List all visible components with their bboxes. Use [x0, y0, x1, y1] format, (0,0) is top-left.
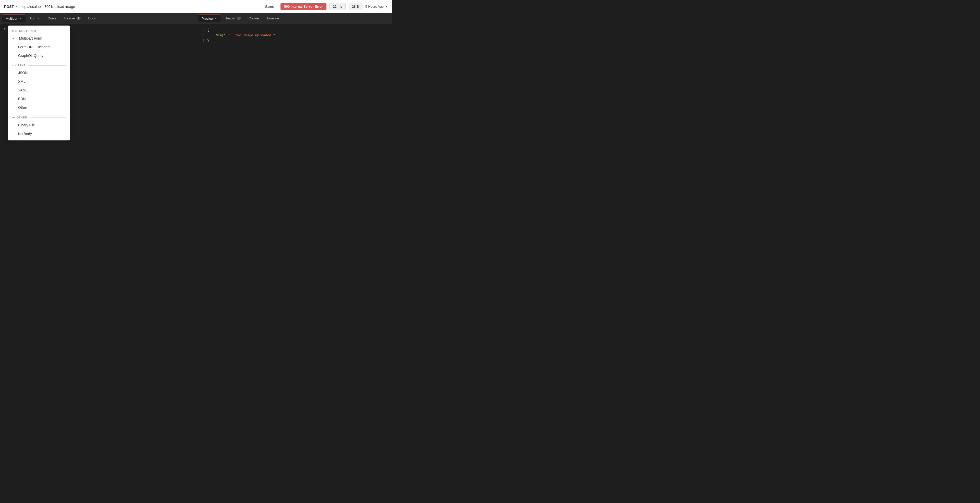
line-number-3: 3	[199, 38, 204, 44]
send-button[interactable]: Send	[262, 3, 278, 10]
tab-response-header[interactable]: Header 7	[221, 15, 245, 22]
menu-item-graphql-query[interactable]: GraphQL Query	[8, 51, 70, 60]
response-preview: 1 { 2 "msg" : "No image uploaded." 3 }	[196, 24, 392, 201]
no-body-label: No Body	[18, 132, 32, 136]
response-size: 28 B	[348, 3, 362, 10]
other-section-header: ··· OTHER	[8, 114, 70, 121]
response-header-badge: 7	[237, 17, 241, 20]
timestamp-chevron: ▼	[385, 5, 388, 8]
tab-response-header-label: Header	[224, 16, 235, 20]
tab-header-label: Header	[64, 16, 75, 20]
tab-auth-label: Auth	[30, 16, 37, 20]
code-line-3: 3 }	[199, 38, 389, 44]
top-bar: POST ▼ Send 500 Internal Server Error 22…	[0, 0, 392, 13]
yaml-label: YAML	[18, 88, 27, 92]
main-layout: Multipart ▼ Auth ▼ Query Header 1 Docs ⚙	[0, 13, 392, 201]
json-label: JSON	[18, 71, 27, 75]
menu-item-json[interactable]: JSON	[8, 68, 70, 77]
graphql-query-label: GraphQL Query	[18, 54, 43, 58]
tab-query-label: Query	[48, 16, 56, 20]
left-tab-bar: Multipart ▼ Auth ▼ Query Header 1 Docs	[0, 13, 196, 24]
status-badge: 500 Internal Server Error	[280, 3, 326, 10]
tab-auth[interactable]: Auth ▼	[26, 15, 44, 22]
menu-item-form-url-encoded[interactable]: Form URL Encoded	[8, 43, 70, 51]
right-tab-bar: Preview ▼ Header 7 Cookie Timeline	[196, 13, 392, 24]
tab-timeline-label: Timeline	[266, 16, 279, 20]
text-label: TEXT	[18, 64, 25, 67]
other-label: Other	[18, 105, 27, 110]
binary-file-label: Binary File	[18, 123, 35, 127]
tab-preview-label: Preview	[202, 17, 213, 21]
response-time: 22 ms	[329, 3, 345, 10]
tab-header[interactable]: Header 1	[61, 15, 84, 22]
edn-label: EDN	[18, 97, 26, 101]
text-section-header: </> TEXT	[8, 62, 70, 68]
tab-preview-chevron: ▼	[215, 18, 217, 20]
code-open-brace: {	[207, 27, 209, 33]
other-section-icon: ···	[12, 116, 15, 119]
body-type-dropdown: ≡ STRUCTURED ✓ Multipart Form Form URL E…	[8, 25, 70, 140]
text-icon: </>	[12, 64, 16, 67]
tab-preview[interactable]: Preview ▼	[198, 14, 221, 22]
tab-cookie[interactable]: Cookie	[245, 15, 262, 22]
gear-icon[interactable]: ⚙	[3, 27, 7, 31]
divider-1	[8, 61, 70, 61]
structured-icon: ≡	[12, 29, 14, 32]
timestamp[interactable]: 5 Hours Ago ▼	[366, 5, 388, 8]
menu-item-no-body[interactable]: No Body	[8, 129, 70, 138]
form-url-encoded-label: Form URL Encoded	[18, 45, 49, 49]
code-colon: :	[228, 33, 232, 38]
menu-item-xml[interactable]: XML	[8, 77, 70, 86]
code-close-brace: }	[207, 38, 209, 44]
checkmark-icon: ✓	[12, 36, 17, 40]
code-value: "No image uploaded."	[235, 33, 275, 38]
structured-label: STRUCTURED	[15, 29, 36, 32]
line-number-2: 2	[199, 33, 204, 38]
method-chevron: ▼	[15, 5, 18, 8]
code-line-1: 1 {	[199, 27, 389, 33]
menu-item-edn[interactable]: EDN	[8, 94, 70, 103]
tab-multipart-chevron: ▼	[20, 18, 22, 20]
code-line-2: 2 "msg" : "No image uploaded."	[199, 33, 389, 38]
left-panel-body: ⚙ ≡ STRUCTURED ✓ Multipart Form Form URL…	[0, 24, 196, 201]
method-selector[interactable]: POST ▼	[4, 5, 18, 9]
header-badge: 1	[76, 17, 81, 20]
tab-multipart-label: Multipart	[6, 17, 18, 21]
code-key: "msg"	[207, 33, 225, 38]
menu-item-binary-file[interactable]: Binary File	[8, 121, 70, 129]
left-panel: Multipart ▼ Auth ▼ Query Header 1 Docs ⚙	[0, 13, 196, 201]
menu-item-multipart-form[interactable]: ✓ Multipart Form	[8, 34, 70, 43]
tab-docs-label: Docs	[88, 16, 96, 20]
menu-item-yaml[interactable]: YAML	[8, 86, 70, 94]
tab-timeline[interactable]: Timeline	[263, 15, 283, 22]
method-label: POST	[4, 5, 14, 9]
tab-multipart[interactable]: Multipart ▼	[2, 14, 25, 22]
line-number-1: 1	[199, 27, 204, 33]
tab-auth-chevron: ▼	[38, 17, 40, 20]
other-section-label: OTHER	[17, 116, 27, 119]
right-panel: Preview ▼ Header 7 Cookie Timeline 1 { 2…	[196, 13, 392, 201]
timestamp-label: 5 Hours Ago	[366, 5, 384, 8]
tab-query[interactable]: Query	[44, 15, 60, 22]
multipart-form-label: Multipart Form	[19, 36, 42, 40]
tab-cookie-label: Cookie	[248, 16, 259, 20]
structured-section-header: ≡ STRUCTURED	[8, 28, 70, 34]
xml-label: XML	[18, 80, 25, 83]
tab-docs[interactable]: Docs	[85, 15, 100, 22]
url-input[interactable]	[21, 5, 259, 9]
menu-item-other[interactable]: Other	[8, 103, 70, 112]
